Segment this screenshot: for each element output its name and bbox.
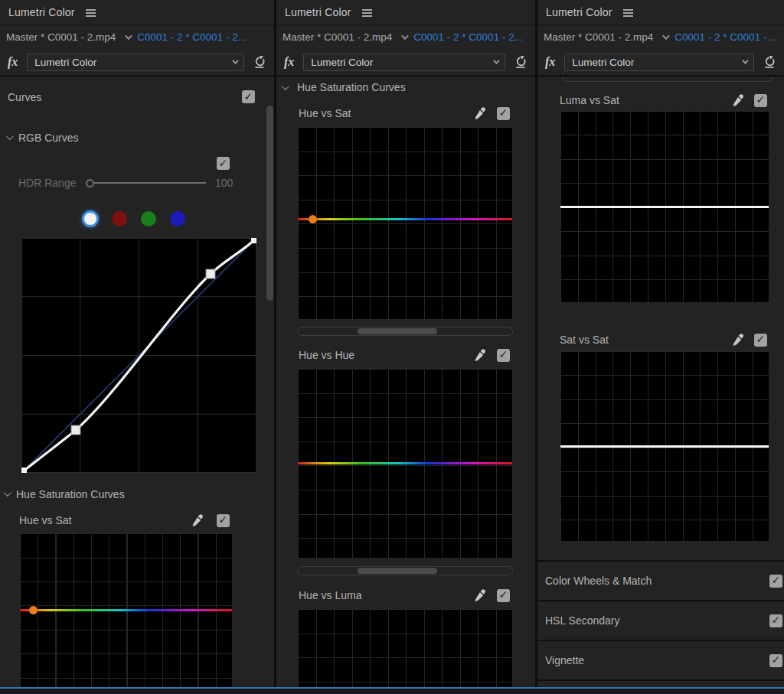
curve-point-orange[interactable] [29,606,38,614]
lumetri-panel-2: Lumetri Color Master * C0001 - 2.mp4 C00… [276,0,535,694]
effect-dropdown-value: Lumetri Color [311,57,488,68]
effect-dropdown[interactable]: Lumetri Color [27,54,244,71]
luma-vs-sat-graph[interactable] [560,110,769,303]
curves-enable-checkbox[interactable] [242,90,255,103]
effect-dropdown-value: Lumetri Color [34,57,227,68]
hue-vs-sat-graph[interactable] [297,126,513,320]
panel-menu-icon[interactable] [86,12,96,14]
hue-vs-sat-graph[interactable] [19,533,233,693]
channel-dot-red[interactable] [112,211,127,226]
clip-breadcrumb: Master * C0001 - 2.mp4 C0001 - 2 * C0001… [276,25,535,49]
curves-section-row[interactable]: Curves [8,86,266,107]
reset-effect-icon[interactable] [763,55,776,69]
hdr-checkbox-row [0,157,230,170]
graph-enable-checkbox[interactable] [497,107,510,120]
rgb-curves-header[interactable]: RGB Curves [6,131,274,144]
hue-spectrum-curve[interactable] [20,609,232,611]
vertical-scrollbar[interactable] [266,106,273,301]
chevron-down-icon[interactable] [401,32,409,40]
graph-horizontal-scrollbar[interactable] [297,327,513,336]
hue-spectrum-curve[interactable] [298,462,512,464]
graph-horizontal-scrollbar-partial[interactable] [562,77,773,82]
graph-label: Luma vs Sat [560,94,619,106]
effect-dropdown[interactable]: Lumetri Color [303,54,505,71]
channel-dot-white[interactable] [84,213,96,225]
hue-sat-curves-header[interactable]: Hue Saturation Curves [4,487,274,500]
section-enable-checkbox[interactable] [769,575,782,588]
master-clip-tab[interactable]: Master * C0001 - 2.mp4 [6,31,116,43]
panel-menu-icon[interactable] [623,12,633,14]
rgb-curve-graph[interactable] [21,238,256,473]
scrollbar-thumb[interactable] [358,568,437,574]
clip-breadcrumb: Master * C0001 - 2.mp4 C0001 - 2 * C0001… [0,25,274,49]
hdr-range-label: HDR Range [18,177,86,189]
hue-vs-hue-graph[interactable] [297,368,513,559]
chevron-down-icon [742,57,748,64]
graph-enable-checkbox[interactable] [497,589,510,602]
graph-label: Hue vs Luma [299,589,361,601]
eyedropper-icon[interactable] [731,93,745,107]
section-label: Color Wheels & Match [545,575,652,587]
fx-icon: fx [8,55,18,69]
master-clip-tab[interactable]: Master * C0001 - 2.mp4 [544,31,653,43]
panel-menu-icon[interactable] [362,12,372,14]
chevron-down-icon [282,83,289,90]
reset-effect-icon[interactable] [514,55,528,69]
effect-row: fx Lumetri Color [276,49,535,75]
hue-vs-luma-graph[interactable] [297,608,513,692]
section-enable-checkbox[interactable] [769,614,782,627]
chevron-down-icon[interactable] [125,32,132,40]
channel-dot-green[interactable] [141,211,156,226]
eyedropper-icon[interactable] [191,513,204,527]
sequence-clip-tab[interactable]: C0001 - 2 * C0001 - 2... [137,31,247,43]
sequence-clip-tab[interactable]: C0001 - 2 * C0001 - 2... [675,31,778,43]
hue-spectrum-curve[interactable] [298,218,512,220]
hue-sat-curves-label: Hue Saturation Curves [297,81,406,93]
hue-vs-luma-row: Hue vs Luma [299,588,510,602]
master-clip-tab[interactable]: Master * C0001 - 2.mp4 [283,31,392,43]
hue-sat-curves-header[interactable]: Hue Saturation Curves [282,80,535,94]
graph-label: Hue vs Sat [299,107,351,119]
eyedropper-icon[interactable] [473,588,487,602]
eyedropper-icon[interactable] [473,106,487,120]
flat-curve-line[interactable] [560,445,769,448]
hdr-enable-checkbox[interactable] [217,157,230,170]
clip-breadcrumb: Master * C0001 - 2.mp4 C0001 - 2 * C0001… [537,25,784,49]
graph-horizontal-scrollbar[interactable] [297,566,513,575]
hdr-range-value[interactable]: 100 [215,177,233,189]
reset-effect-icon[interactable] [253,55,266,69]
hue-vs-sat-row: Hue vs Sat [19,513,230,527]
channel-dot-blue[interactable] [170,211,185,226]
flat-curve-line[interactable] [560,206,769,208]
hdr-range-slider-track[interactable] [94,182,206,184]
chevron-down-icon[interactable] [662,32,670,40]
panel-titlebar: Lumetri Color [276,0,535,25]
scrollbar-thumb[interactable] [358,328,437,334]
hsl-secondary-section[interactable]: HSL Secondary [537,601,784,641]
graph-enable-checkbox[interactable] [754,334,767,347]
hdr-range-slider-knob[interactable] [86,179,94,187]
lumetri-color-workspace: Lumetri Color Master * C0001 - 2.mp4 C00… [0,0,784,694]
graph-enable-checkbox[interactable] [497,349,510,362]
eyedropper-icon[interactable] [473,348,487,362]
lumetri-panel-1: Lumetri Color Master * C0001 - 2.mp4 C00… [0,0,274,694]
effect-dropdown[interactable]: Lumetri Color [564,54,754,71]
chevron-down-icon [6,132,14,140]
effect-row: fx Lumetri Color [537,49,784,75]
color-wheels-section[interactable]: Color Wheels & Match [537,562,784,601]
eyedropper-icon[interactable] [731,333,745,347]
panel-titlebar: Lumetri Color [0,0,274,25]
hue-sat-curves-label: Hue Saturation Curves [16,488,125,500]
curve-channel-selector [83,210,274,228]
curve-point-orange[interactable] [309,215,317,223]
graph-enable-checkbox[interactable] [754,94,767,107]
hue-vs-hue-row: Hue vs Hue [299,348,510,362]
sequence-clip-tab[interactable]: C0001 - 2 * C0001 - 2... [413,31,523,43]
panel-content: Curves RGB Curves HDR Range 100 [0,77,274,693]
hue-vs-sat-checkbox[interactable] [217,514,230,527]
luma-vs-sat-row: Luma vs Sat [560,93,767,107]
vignette-section[interactable]: Vignette [537,641,784,681]
section-enable-checkbox[interactable] [769,654,782,667]
chevron-down-icon [493,57,499,64]
sat-vs-sat-graph[interactable] [560,350,769,542]
